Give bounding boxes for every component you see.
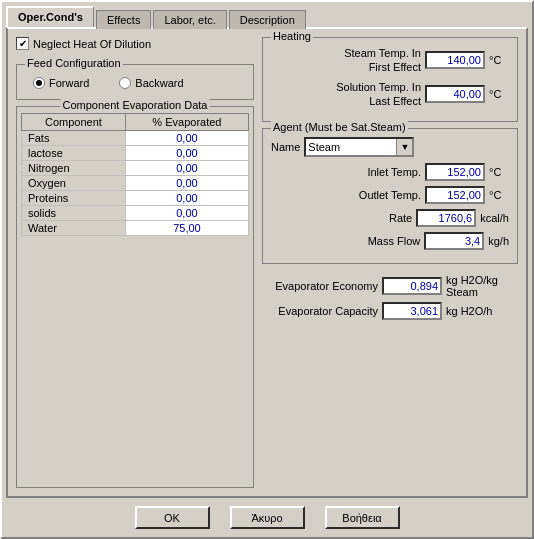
- inlet-temp-input[interactable]: [425, 163, 485, 181]
- agent-group: Agent (Must be Sat.Steam) Name Steam ▼ I…: [262, 128, 518, 264]
- mass-flow-unit: kg/h: [488, 235, 509, 247]
- col-evaporated: % Evaporated: [125, 114, 248, 131]
- radio-backward-btn[interactable]: [119, 77, 131, 89]
- feed-config-group: Feed Configuration Forward Backward: [16, 64, 254, 100]
- tab-labor[interactable]: Labor, etc.: [153, 10, 226, 29]
- neglect-heat-row: ✔ Neglect Heat Of Dilution: [16, 37, 254, 50]
- mass-flow-input[interactable]: [424, 232, 484, 250]
- economy-input[interactable]: [382, 277, 442, 295]
- table-row: Nitrogen0,00: [22, 161, 249, 176]
- table-row: Water75,00: [22, 221, 249, 236]
- neglect-heat-label: Neglect Heat Of Dilution: [33, 38, 151, 50]
- capacity-input[interactable]: [382, 302, 442, 320]
- radio-backward[interactable]: Backward: [119, 77, 183, 89]
- evaporated-cell: 0,00: [125, 176, 248, 191]
- table-row: lactose0,00: [22, 146, 249, 161]
- steam-temp-unit: °C: [489, 54, 509, 66]
- agent-label: Agent (Must be Sat.Steam): [271, 121, 408, 133]
- table-row: Oxygen0,00: [22, 176, 249, 191]
- evaporated-cell: 0,00: [125, 161, 248, 176]
- component-cell: Nitrogen: [22, 161, 126, 176]
- feed-config-label: Feed Configuration: [25, 57, 123, 69]
- evap-section: Component Evaporation Data Component % E…: [16, 106, 254, 488]
- outlet-temp-unit: °C: [489, 189, 509, 201]
- tab-description[interactable]: Description: [229, 10, 306, 29]
- rate-label: Rate: [271, 211, 416, 225]
- mass-flow-label: Mass Flow: [271, 234, 424, 248]
- radio-forward-btn[interactable]: [33, 77, 45, 89]
- component-cell: lactose: [22, 146, 126, 161]
- steam-temp-label: Steam Temp. InFirst Effect: [271, 46, 425, 75]
- steam-temp-input[interactable]: [425, 51, 485, 69]
- table-row: solids0,00: [22, 206, 249, 221]
- outlet-temp-row: Outlet Temp. °C: [271, 186, 509, 204]
- capacity-unit: kg H2O/h: [446, 305, 492, 317]
- outlet-temp-input[interactable]: [425, 186, 485, 204]
- solution-temp-input[interactable]: [425, 85, 485, 103]
- solution-temp-row: Solution Temp. InLast Effect °C: [271, 80, 509, 109]
- econ-rows: Evaporator Economy kg H2O/kg Steam Evapo…: [262, 274, 518, 320]
- heating-group: Heating Steam Temp. InFirst Effect °C So…: [262, 37, 518, 122]
- help-button[interactable]: Βοήθεια: [325, 506, 400, 529]
- left-panel: ✔ Neglect Heat Of Dilution Feed Configur…: [16, 37, 254, 488]
- evap-table: Component % Evaporated Fats0,00lactose0,…: [21, 113, 249, 236]
- inlet-temp-label: Inlet Temp.: [271, 165, 425, 179]
- dropdown-arrow-icon[interactable]: ▼: [396, 139, 412, 155]
- button-bar: OK Άκυρο Βοήθεια: [2, 498, 532, 537]
- neglect-heat-checkbox[interactable]: ✔: [16, 37, 29, 50]
- solution-temp-label: Solution Temp. InLast Effect: [271, 80, 425, 109]
- tab-effects[interactable]: Effects: [96, 10, 151, 29]
- table-scroll[interactable]: Component % Evaporated Fats0,00lactose0,…: [21, 113, 249, 236]
- heating-label: Heating: [271, 30, 313, 42]
- component-cell: Oxygen: [22, 176, 126, 191]
- right-panel: Heating Steam Temp. InFirst Effect °C So…: [262, 37, 518, 488]
- evaporated-cell: 0,00: [125, 191, 248, 206]
- inlet-temp-row: Inlet Temp. °C: [271, 163, 509, 181]
- dialog: Oper.Cond's Effects Labor, etc. Descript…: [0, 0, 534, 539]
- evaporated-cell: 75,00: [125, 221, 248, 236]
- col-component: Component: [22, 114, 126, 131]
- capacity-label: Evaporator Capacity: [262, 305, 382, 317]
- radio-forward-label: Forward: [49, 77, 89, 89]
- economy-label: Evaporator Economy: [262, 280, 382, 292]
- mass-flow-row: Mass Flow kg/h: [271, 232, 509, 250]
- table-row: Proteins0,00: [22, 191, 249, 206]
- table-row: Fats0,00: [22, 131, 249, 146]
- evaporated-cell: 0,00: [125, 146, 248, 161]
- radio-forward[interactable]: Forward: [33, 77, 89, 89]
- cancel-button[interactable]: Άκυρο: [230, 506, 305, 529]
- component-cell: Fats: [22, 131, 126, 146]
- component-cell: Water: [22, 221, 126, 236]
- radio-row: Forward Backward: [23, 73, 247, 93]
- agent-name-value: Steam: [306, 141, 396, 153]
- capacity-row: Evaporator Capacity kg H2O/h: [262, 302, 518, 320]
- rate-row: Rate kcal/h: [271, 209, 509, 227]
- agent-name-row: Name Steam ▼: [271, 137, 509, 157]
- agent-name-select[interactable]: Steam ▼: [304, 137, 414, 157]
- economy-row: Evaporator Economy kg H2O/kg Steam: [262, 274, 518, 298]
- tab-oper-cond[interactable]: Oper.Cond's: [6, 6, 94, 27]
- evap-section-label: Component Evaporation Data: [61, 99, 210, 111]
- evaporated-cell: 0,00: [125, 206, 248, 221]
- ok-button[interactable]: OK: [135, 506, 210, 529]
- tab-bar: Oper.Cond's Effects Labor, etc. Descript…: [2, 2, 532, 27]
- outlet-temp-label: Outlet Temp.: [271, 188, 425, 202]
- economy-unit: kg H2O/kg Steam: [446, 274, 518, 298]
- radio-backward-label: Backward: [135, 77, 183, 89]
- agent-name-label: Name: [271, 141, 300, 153]
- solution-temp-unit: °C: [489, 88, 509, 100]
- component-cell: Proteins: [22, 191, 126, 206]
- rate-unit: kcal/h: [480, 212, 509, 224]
- rate-input[interactable]: [416, 209, 476, 227]
- evaporated-cell: 0,00: [125, 131, 248, 146]
- content-area: ✔ Neglect Heat Of Dilution Feed Configur…: [6, 27, 528, 498]
- component-cell: solids: [22, 206, 126, 221]
- inlet-temp-unit: °C: [489, 166, 509, 178]
- steam-temp-row: Steam Temp. InFirst Effect °C: [271, 46, 509, 75]
